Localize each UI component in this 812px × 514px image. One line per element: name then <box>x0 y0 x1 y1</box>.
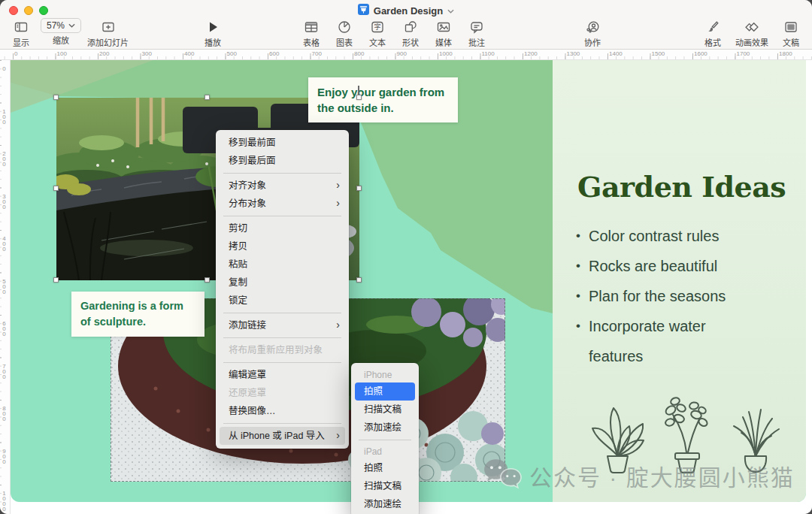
toolbar-item-label: 文稿 <box>783 36 799 48</box>
menu-item-label: 添加链接 <box>229 320 266 331</box>
menu-item-copy[interactable]: 拷贝 <box>220 237 345 255</box>
toolbar-text[interactable]: 字文本 <box>364 18 391 48</box>
submenu-item-iphone-scan-documents[interactable]: 扫描文稿 <box>355 401 415 419</box>
menu-item-import-from-iphone-ipad[interactable]: 从 iPhone 或 iPad 导入› <box>220 427 345 445</box>
menu-item-bring-to-front[interactable]: 移到最前面 <box>220 134 345 152</box>
menu-item-cut[interactable]: 剪切 <box>220 219 345 237</box>
ruler-tick-label: 0 <box>1 65 8 71</box>
bullet-item: Incorporate water features <box>576 311 761 371</box>
menu-item-label: 移到最后面 <box>229 156 276 166</box>
selection-handle[interactable] <box>53 186 59 191</box>
submenu-arrow-icon: › <box>336 319 340 331</box>
submenu-arrow-icon: › <box>336 197 340 209</box>
selection-handle[interactable] <box>53 95 59 100</box>
submenu-item-ipad-scan-documents[interactable]: 扫描文稿 <box>355 477 415 495</box>
toolbar-item-label: 添加幻灯片 <box>87 36 129 48</box>
menu-item-lock[interactable]: 锁定 <box>220 292 345 310</box>
table-icon <box>304 18 319 35</box>
toolbar-comment[interactable]: 批注 <box>463 18 490 48</box>
menu-divider <box>223 216 341 216</box>
menu-item-edit-mask[interactable]: 编辑遮罩 <box>220 366 345 384</box>
text-icon: 字 <box>370 18 385 35</box>
ruler-tick-label: 600 <box>1 320 8 336</box>
selection-handle[interactable] <box>205 95 210 100</box>
menu-item-add-link[interactable]: 添加链接› <box>220 316 345 334</box>
toolbar-document[interactable]: 文稿 <box>777 18 804 48</box>
ruler-tick-label: 0 <box>14 50 17 57</box>
toolbar-show[interactable]: 显示 <box>8 18 35 48</box>
menu-item-label: 将布局重新应用到对象 <box>229 345 323 355</box>
toolbar-item-label: 表格 <box>303 36 320 48</box>
toolbar-animate[interactable]: 动画效果 <box>735 18 768 48</box>
menu-divider <box>223 362 341 363</box>
comment-icon <box>469 18 484 35</box>
menu-item-label: 从 iPhone 或 iPad 导入 <box>229 431 325 441</box>
submenu-item-ipad-take-photo[interactable]: 拍照 <box>355 459 415 477</box>
selection-handle[interactable] <box>205 277 210 283</box>
menu-item-reapply-layout: 将布局重新应用到对象 <box>220 341 345 359</box>
toolbar: 显示57%缩放添加幻灯片 播放 表格图表字文本形状媒体批注 协作 格式动画效果文… <box>0 18 812 50</box>
ruler-tick-label: 1500 <box>652 50 665 57</box>
submenu-item-iphone-add-sketch[interactable]: 添加速绘 <box>355 419 415 437</box>
menu-item-distribute-objects[interactable]: 分布对象› <box>220 195 345 213</box>
title-chevron-icon[interactable] <box>447 9 454 14</box>
enjoy-text-box[interactable]: Enjoy your garden from the outside in. <box>308 77 458 122</box>
selection-handle[interactable] <box>53 277 59 283</box>
animate-icon <box>744 18 759 35</box>
menu-item-label: 编辑遮罩 <box>229 370 266 380</box>
menu-item-align-objects[interactable]: 对齐对象› <box>220 177 345 195</box>
plant-b-icon <box>660 383 714 478</box>
selection-handle[interactable] <box>356 186 362 191</box>
menu-item-label: 复制 <box>229 277 247 288</box>
toolbar-shape[interactable]: 形状 <box>397 18 424 48</box>
window-title: Garden Design <box>374 5 443 17</box>
toolbar-play[interactable]: 播放 <box>199 18 226 48</box>
toolbar-item-label: 形状 <box>402 36 419 48</box>
menu-item-label: 替换图像… <box>229 406 276 416</box>
ruler-tick-label: 800 <box>354 50 364 57</box>
submenu-item-iphone-take-photo[interactable]: 拍照 <box>355 382 415 401</box>
menu-item-duplicate[interactable]: 复制 <box>220 274 345 292</box>
ruler-tick-label: 200 <box>99 50 109 57</box>
submenu-item-iphone-header: iPhone <box>355 367 415 382</box>
toolbar-format[interactable]: 格式 <box>699 18 726 48</box>
ruler-tick-label: 400 <box>1 235 8 251</box>
menu-item-paste[interactable]: 粘贴 <box>220 255 345 274</box>
submenu-item-ipad-add-sketch[interactable]: 添加速绘 <box>355 495 415 513</box>
menu-item-send-to-back[interactable]: 移到最后面 <box>220 152 345 170</box>
ruler-tick-label: 200 <box>1 150 8 166</box>
selection-handle[interactable] <box>356 95 362 100</box>
menu-item-label: 添加速绘 <box>364 499 401 509</box>
toolbar-add-slide[interactable]: 添加幻灯片 <box>87 18 129 48</box>
sculpture-text: Gardening is a form of sculpture. <box>80 300 183 328</box>
menu-divider <box>223 173 341 174</box>
menu-item-label: 添加速绘 <box>364 422 401 433</box>
svg-text:字: 字 <box>374 23 380 31</box>
toolbar-chart[interactable]: 图表 <box>331 18 358 48</box>
menu-item-label: 扫描文稿 <box>364 404 401 415</box>
toolbar-zoom[interactable]: 57%缩放 <box>41 18 81 46</box>
keynote-window: Garden Design 显示57%缩放添加幻灯片 播放 表格图表字文本形状媒… <box>0 0 812 514</box>
ruler-tick-label: 1000 <box>439 50 453 57</box>
bullet-item: Color contrast rules <box>576 221 761 251</box>
bullet-item: Plan for the seasons <box>576 281 761 311</box>
panel-heading[interactable]: Garden Ideas <box>577 170 786 204</box>
ruler-tick-label: 1200 <box>524 50 538 57</box>
menu-item-label: 分布对象 <box>229 198 266 209</box>
menu-divider <box>223 423 341 424</box>
ruler-tick-label: 100 <box>1 108 8 124</box>
menu-item-label: 对齐对象 <box>229 180 266 191</box>
toolbar-collaborate[interactable]: 协作 <box>579 18 606 48</box>
menu-item-label: 锁定 <box>229 295 247 306</box>
toolbar-media[interactable]: 媒体 <box>430 18 457 48</box>
potted-plants-illustration[interactable] <box>586 383 785 478</box>
toolbar-item-label: 显示 <box>13 36 29 48</box>
menu-item-label: 剪切 <box>229 223 247 234</box>
menu-item-replace-image[interactable]: 替换图像… <box>220 402 345 420</box>
selection-handle[interactable] <box>356 277 362 283</box>
ruler-tick-label: 700 <box>312 50 322 57</box>
panel-bullet-list[interactable]: Color contrast rulesRocks are beautifulP… <box>576 221 761 371</box>
toolbar-table[interactable]: 表格 <box>298 18 325 48</box>
ruler-tick-label: 100 <box>57 50 67 57</box>
sculpture-text-box[interactable]: Gardening is a form of sculpture. <box>71 292 205 337</box>
